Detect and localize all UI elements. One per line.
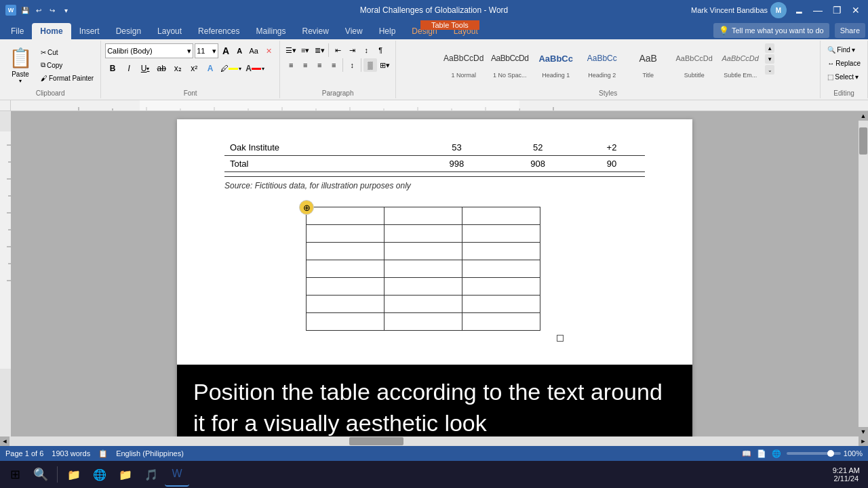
editing-group: 🔍 Find ▾ ↔ Replace ⬚ Select ▾ Editing [821,41,868,98]
close-button[interactable]: ✕ [849,3,863,17]
sort-button[interactable]: ↕ [359,43,373,57]
font-size-selector[interactable]: 11 ▾ [195,43,218,58]
heading1-label: Heading 1 [542,72,570,79]
tab-references[interactable]: References [190,23,248,39]
scrollbar-vertical[interactable]: ▲ ▼ [859,111,868,436]
decrease-indent-button[interactable]: ⇤ [331,43,344,57]
ribbon-collapse-button[interactable]: 🗕 [792,3,806,17]
taskbar-word[interactable]: W [165,462,189,487]
style-heading1[interactable]: AaBbCc Heading 1 [534,43,578,84]
tab-insert[interactable]: Insert [71,23,108,39]
style-title[interactable]: AaB Title [626,43,670,84]
taskbar-explorer[interactable]: 📁 [113,462,138,487]
scrollbar-horizontal[interactable]: ◄ ► [0,436,868,446]
copy-button[interactable]: ⧉ Copy [38,59,96,71]
view-print-button[interactable]: 📄 [757,449,766,458]
style-subemphasis[interactable]: AaBbCcDd Subtle Em... [718,43,762,84]
change-case-button[interactable]: Aa [247,45,260,57]
tab-review[interactable]: Review [294,23,336,39]
cut-button[interactable]: ✂ Cut [38,46,96,58]
table-row: Total 998 908 90 [224,156,645,172]
share-button[interactable]: Share [835,23,865,38]
page-scroll-area[interactable]: Oak Institute 53 52 +2 Total 998 908 90 [11,111,859,436]
undo-button[interactable]: ↩ [33,4,45,16]
redo-button[interactable]: ↪ [46,4,58,16]
clear-formatting-button[interactable]: ✕ [262,45,275,57]
taskbar-files[interactable]: 📁 [62,462,86,487]
align-center-button[interactable]: ≡ [298,58,312,72]
view-read-button[interactable]: 📖 [742,449,751,458]
empty-table-row [307,296,540,313]
scroll-up-button[interactable]: ▲ [859,111,868,121]
date-display: 2/11/24 [833,474,860,483]
save-button[interactable]: 💾 [19,4,31,16]
italic-button[interactable]: I [121,61,136,76]
style-subtitle[interactable]: AaBbCcDd Subtitle [672,43,716,84]
view-web-button[interactable]: 🌐 [772,449,781,458]
search-button[interactable]: 🔍 [28,462,53,487]
shading-button[interactable]: ▒ [363,58,377,72]
bullets-button[interactable]: ☰▾ [284,43,298,57]
tab-layout[interactable]: Layout [149,23,190,39]
underline-button[interactable]: U ▾ [138,61,153,76]
scroll-thumb[interactable] [859,127,867,155]
scroll-right-button[interactable]: ► [859,436,868,446]
taskbar-browser[interactable]: 🌐 [87,462,112,487]
text-effects-button[interactable]: A [203,61,218,76]
tab-view[interactable]: View [337,23,371,39]
numbering-button[interactable]: ≡▾ [298,43,312,57]
tab-home[interactable]: Home [32,23,71,39]
style-nospace[interactable]: AaBbCcDd 1 No Spac... [488,43,532,84]
font-color-button[interactable]: A ▾ [244,62,266,75]
highlight-color-button[interactable]: 🖊 ▾ [219,62,243,75]
line-spacing-button[interactable]: ↕ [345,58,359,72]
styles-expand[interactable]: ⌄ [765,65,774,75]
ruler-horizontal [11,100,868,111]
tab-help[interactable]: Help [371,23,404,39]
taskbar-media[interactable]: 🎵 [139,462,163,487]
font-increase-button[interactable]: A [220,45,232,57]
tab-mailings[interactable]: Mailings [248,23,294,39]
replace-button[interactable]: ↔ Replace [825,57,863,69]
empty-table-row [307,278,540,296]
start-button[interactable]: ⊞ [3,462,27,487]
empty-cell [307,243,384,260]
empty-table[interactable] [306,207,540,331]
minimize-button[interactable]: — [811,3,825,17]
scroll-left-button[interactable]: ◄ [0,436,9,446]
show-formatting-button[interactable]: ¶ [374,43,387,57]
tell-me-box[interactable]: 💡 Tell me what you want to do [713,23,829,38]
table-resize-handle[interactable] [557,335,564,342]
zoom-slider[interactable] [787,452,841,455]
scroll-h-thumb[interactable] [349,437,403,445]
find-button[interactable]: 🔍 Find ▾ [825,43,857,56]
style-normal[interactable]: AaBbCcDd 1 Normal [441,43,486,84]
align-right-button[interactable]: ≡ [313,58,326,72]
superscript-button[interactable]: x² [186,61,201,76]
borders-button[interactable]: ⊞▾ [378,58,391,72]
styles-scroll-down[interactable]: ▼ [765,54,774,64]
empty-cell [462,260,540,278]
font-size-dropdown-icon: ▾ [212,47,216,56]
svg-rect-16 [140,100,519,111]
select-button[interactable]: ⬚ Select ▾ [825,70,861,83]
font-decrease-button[interactable]: A [233,45,245,57]
subscript-button[interactable]: x₂ [170,61,185,76]
justify-button[interactable]: ≡ [327,58,340,72]
bold-button[interactable]: B [105,61,120,76]
tab-design[interactable]: Design [108,23,149,39]
tab-file[interactable]: File [3,23,32,39]
scroll-down-button[interactable]: ▼ [859,427,868,436]
multilevel-list-button[interactable]: ≣▾ [313,43,326,57]
paste-button[interactable]: 📋 Paste ▾ [4,45,37,85]
styles-scroll-up[interactable]: ▲ [765,43,774,53]
subtitle-preview: AaBbCcDd [674,45,715,71]
increase-indent-button[interactable]: ⇥ [345,43,359,57]
restore-button[interactable]: ❐ [830,3,844,17]
strikethrough-button[interactable]: ab [154,61,169,76]
style-heading2[interactable]: AaBbCc Heading 2 [580,43,624,84]
font-family-selector[interactable]: Calibri (Body) ▾ [105,43,193,58]
align-left-button[interactable]: ≡ [284,58,298,72]
quick-access-dropdown[interactable]: ▾ [60,4,72,16]
format-painter-button[interactable]: 🖌 Format Painter [38,72,96,84]
